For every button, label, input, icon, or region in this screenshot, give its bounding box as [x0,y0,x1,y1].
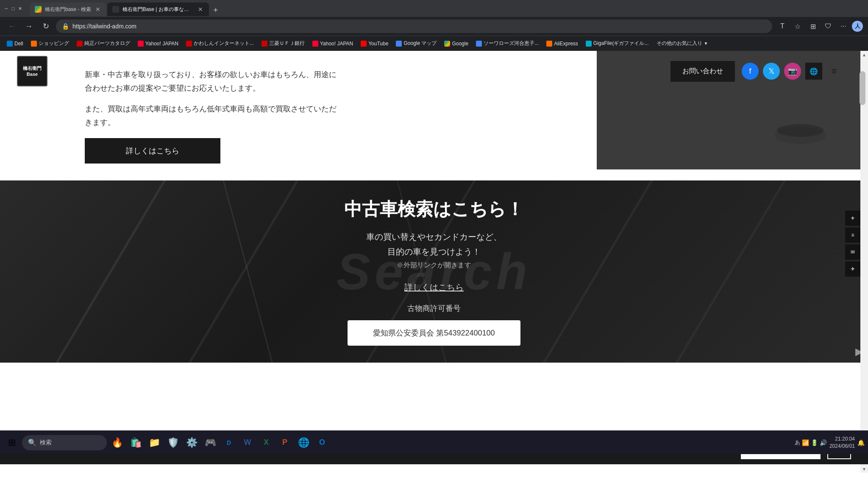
bookmark-youtube[interactable]: YouTube [357,39,392,48]
bookmark-yahoo2-label: Yahoo! JAPAN [320,41,353,47]
bookmark-yahoo1[interactable]: Yahoo! JAPAN [134,39,182,48]
search-license-label: 古物商許可番号 [344,303,524,313]
search-title: 中古車検索はこちら！ [344,197,524,221]
search-subtitle1: 車の買い替えやセカンドカーなど、 [344,231,524,243]
taskbar-app-store[interactable]: 🛍️ [127,434,144,451]
minimize-btn[interactable]: ─ [3,6,9,11]
translate-toolbar-icon[interactable]: T [776,19,789,33]
bookmark-parts[interactable]: 純正パーツカタログ [73,38,134,49]
bookmark-bank[interactable]: 三菱ＵＦＪ銀行 [258,38,308,49]
taskbar-time-text: 21:20:04 [829,435,855,443]
dell-favicon [7,41,13,47]
scrollbar-down-arrow[interactable]: ▼ [860,465,868,473]
taskbar-notification-icon[interactable]: 🔔 [857,439,865,446]
right-panel-btn-4[interactable]: ✈ [845,261,860,277]
taskbar-app-shield[interactable]: 🛡️ [164,434,181,451]
scrollbar-up-arrow[interactable]: ▲ [860,51,868,58]
kawashin-favicon [186,41,192,47]
taskbar-search-bar[interactable]: 🔍 検索 [22,435,107,450]
browser-titlebar: ─ □ ✕ 橋右衛門base - 検索 ✕ 橋右衛門Base | お車の事なら幅… [0,0,868,17]
gigafile-favicon [586,41,592,47]
address-bar[interactable]: 🔒 https://tailwind-adm.com [56,19,772,33]
tab1-close[interactable]: ✕ [95,5,101,14]
top-text-4: きます。 [85,118,115,127]
top-text-3: また、買取は高年式車両はもちろん低年式車両も高額で買取させていただ [85,105,337,113]
bookmark-more[interactable]: その他のお気に入り ▼ [653,38,712,49]
taskbar-search-text: 検索 [40,439,52,446]
taskbar-app-dell[interactable]: D [220,434,237,451]
taskbar-sys-icons: あ 📶 🔋 🔊 [795,439,827,446]
translate-icon[interactable]: 🌐 [805,63,822,80]
taskbar-app-settings[interactable]: ⚙️ [183,434,200,451]
parts-favicon [77,41,83,47]
tab-1[interactable]: 橋右衛門base - 検索 ✕ [30,3,106,16]
taskbar-app-word[interactable]: W [239,434,256,451]
bookmark-maps-label: Google マップ [403,40,437,47]
taskbar-clock[interactable]: 21:20:04 2024/06/01 [829,435,855,450]
tab2-close[interactable]: ✕ [197,5,204,14]
scrollbar-thumb[interactable] [860,71,865,105]
restore-btn[interactable]: □ [10,6,16,11]
search-link[interactable]: 詳しくはこちら [344,282,524,293]
bookmark-kawashin[interactable]: かわしんインターネット... [183,38,257,49]
taskbar-wifi-icon[interactable]: 📶 [802,439,809,446]
bookmark-yahoo2[interactable]: Yahoo! JAPAN [309,39,356,48]
bookmark-maps[interactable]: Google マップ [392,38,440,49]
browser-essentials-icon[interactable]: 🛡 [821,19,835,33]
twitter-icon[interactable]: 𝕏 [763,63,780,80]
taskbar-app-powerpoint[interactable]: P [276,434,293,451]
logo-text: 橋右衛門 Base [23,65,42,78]
right-panel: + ≡ ✉ ✈ [845,211,860,277]
bookmark-sowaroses[interactable]: ソーワローズ河合恵子... [473,38,542,49]
reload-btn[interactable]: ↻ [39,19,53,33]
taskbar-start-btn[interactable]: ⊞ [3,434,20,451]
back-btn[interactable]: ← [5,19,19,33]
taskbar-app-folder[interactable]: 📁 [146,434,163,451]
taskbar-app-game[interactable]: 🎮 [202,434,219,451]
google-favicon [444,41,450,47]
add-tab-btn[interactable]: + [210,4,222,16]
site-header: 橋右衛門 Base お問い合わせ f 𝕏 📷 🌐 ≡ [0,51,860,92]
taskbar-app-edge[interactable]: 🌐 [295,434,312,451]
bookmark-gigafile[interactable]: GigaFile(ギガファイル... [582,38,652,49]
bookmark-bank-label: 三菱ＵＦＪ銀行 [269,40,305,47]
address-text: https://tailwind-adm.com [72,23,766,30]
header-contact-btn[interactable]: お問い合わせ [670,61,735,82]
bookmarks-bar: Dell ショッピング 純正パーツカタログ Yahoo! JAPAN かわしんイ… [0,36,868,51]
taskbar-battery-icon[interactable]: 🔋 [811,439,818,446]
tab2-favicon [112,6,119,13]
youtube-favicon [361,41,367,47]
taskbar-volume-icon[interactable]: 🔊 [820,439,827,446]
right-panel-btn-3[interactable]: ✉ [845,244,860,260]
close-btn[interactable]: ✕ [17,6,23,11]
tab2-title: 橋右衛門Base | お車の事なら幅広... [122,6,194,13]
taskbar-app-outlook[interactable]: O [314,434,331,451]
scrollbar-track: ▲ ▼ [860,51,868,473]
bookmark-dell-label: Dell [14,41,23,47]
forward-btn[interactable]: → [22,19,36,33]
bookmark-shopping[interactable]: ショッピング [28,38,72,49]
collections-icon[interactable]: ⊞ [806,19,820,33]
top-paragraph-2: また、買取は高年式車両はもちろん低年式車両も高額で買取させていただ きます。 [85,102,571,130]
bookmark-aliexpress[interactable]: AliExpress [543,39,581,48]
bookmark-google[interactable]: Google [441,39,472,48]
instagram-icon[interactable]: 📷 [784,63,801,80]
taskbar-app-excel[interactable]: X [258,434,275,451]
more-menu-btn[interactable]: ··· [837,19,850,33]
profile-avatar[interactable]: 人 [852,21,863,32]
facebook-icon[interactable]: f [742,63,759,80]
favorites-icon[interactable]: ☆ [791,19,804,33]
bookmark-dell[interactable]: Dell [3,39,27,48]
search-note: ※外部リンクが開きます [344,261,524,270]
tab-2[interactable]: 橋右衛門Base | お車の事なら幅広... ✕ [107,3,209,16]
logo-line2: Base [23,71,42,77]
bank-favicon [262,41,267,47]
svg-point-3 [777,124,823,137]
taskbar-app-fire[interactable]: 🔥 [108,434,125,451]
taskbar-ime-icon[interactable]: あ [795,439,800,446]
right-panel-btn-1[interactable]: + [845,211,860,226]
right-panel-btn-2[interactable]: ≡ [845,227,860,243]
site-logo[interactable]: 橋右衛門 Base [17,56,47,86]
hamburger-menu-icon[interactable]: ≡ [826,63,843,80]
top-details-btn[interactable]: 詳しくはこちら [85,138,220,164]
